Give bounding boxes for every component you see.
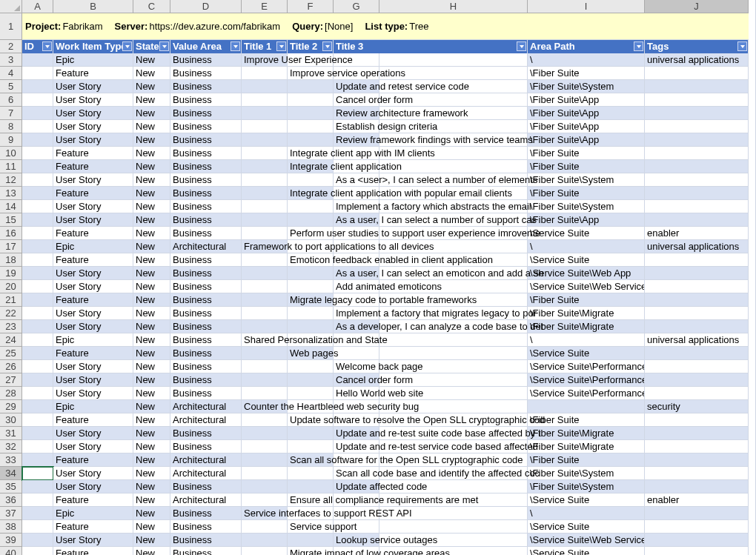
- cell-title1[interactable]: [242, 213, 288, 227]
- cell-tags[interactable]: enabler: [645, 493, 749, 507]
- cell-title1[interactable]: [242, 147, 288, 160]
- cell-state[interactable]: New: [133, 173, 170, 187]
- cell-title1[interactable]: [242, 440, 288, 453]
- cell-title2[interactable]: Integrate client application: [288, 160, 334, 173]
- row-header-2[interactable]: 2: [0, 40, 22, 53]
- cell-title3[interactable]: Cancel order form: [334, 373, 379, 387]
- cell-title2[interactable]: [288, 80, 334, 93]
- cell-work-item-type[interactable]: User Story: [53, 467, 133, 480]
- cell-tags[interactable]: [645, 467, 749, 480]
- cell-title2[interactable]: [288, 440, 334, 453]
- row-header-12[interactable]: 12: [0, 173, 22, 187]
- row-header-15[interactable]: 15: [0, 213, 22, 227]
- cell-value-area[interactable]: Architectural: [170, 467, 242, 480]
- cell-state[interactable]: New: [133, 453, 170, 467]
- cell-value-area[interactable]: Business: [170, 133, 242, 147]
- cell-title1[interactable]: Service interfaces to support REST API: [242, 507, 288, 520]
- cell-id[interactable]: [22, 493, 53, 507]
- cell-title2[interactable]: Scan all software for the Open SLL crypt…: [288, 453, 334, 467]
- cell-id[interactable]: [22, 427, 53, 440]
- cell-title1[interactable]: [242, 320, 288, 333]
- cell-state[interactable]: New: [133, 493, 170, 507]
- cell-tags[interactable]: enabler: [645, 227, 749, 240]
- cell-area-path[interactable]: \Fiber Suite\App: [528, 120, 645, 133]
- cell-tags[interactable]: [645, 320, 749, 333]
- row-header-14[interactable]: 14: [0, 200, 22, 213]
- cell-work-item-type[interactable]: Feature: [53, 253, 133, 267]
- cell-state[interactable]: New: [133, 480, 170, 493]
- cell-tags[interactable]: [645, 67, 749, 80]
- row-header-40[interactable]: 40: [0, 547, 22, 555]
- cell-id[interactable]: [22, 160, 53, 173]
- cell-area-path[interactable]: \Service Suite: [528, 227, 645, 240]
- cell-title1[interactable]: [242, 347, 288, 360]
- cell-title2[interactable]: Emoticon feedback enabled in client appl…: [288, 253, 334, 267]
- cell-title2[interactable]: Integrate client app with IM clients: [288, 147, 334, 160]
- cell-id[interactable]: [22, 200, 53, 213]
- cell-state[interactable]: New: [133, 400, 170, 413]
- row-header-10[interactable]: 10: [0, 147, 22, 160]
- cell-tags[interactable]: [645, 280, 749, 293]
- cell-tags[interactable]: [645, 173, 749, 187]
- cell-title3-ext[interactable]: [379, 53, 528, 67]
- cell-value-area[interactable]: Architectural: [170, 493, 242, 507]
- cell-title2[interactable]: [288, 173, 334, 187]
- cell-value-area[interactable]: Business: [170, 267, 242, 280]
- column-header-id[interactable]: ID: [22, 40, 53, 53]
- cell-work-item-type[interactable]: User Story: [53, 534, 133, 547]
- cell-state[interactable]: New: [133, 147, 170, 160]
- cell-state[interactable]: New: [133, 360, 170, 373]
- row-header-8[interactable]: 8: [0, 120, 22, 133]
- cell-value-area[interactable]: Business: [170, 93, 242, 107]
- row-header-26[interactable]: 26: [0, 360, 22, 373]
- cell-title2[interactable]: Migrate impact of low coverage areas: [288, 547, 334, 555]
- cell-title1[interactable]: [242, 160, 288, 173]
- cell-value-area[interactable]: Business: [170, 253, 242, 267]
- spreadsheet-grid[interactable]: ABCDEFGHIJ1Project: FabrikamServer: http…: [0, 0, 756, 555]
- cell-tags[interactable]: [645, 480, 749, 493]
- cell-title3[interactable]: Hello World web site: [334, 387, 379, 400]
- cell-title3[interactable]: As a developer, I can analyze a code bas…: [334, 320, 379, 333]
- col-header-I[interactable]: I: [528, 0, 645, 13]
- cell-title3[interactable]: Establish design criteria: [334, 120, 379, 133]
- cell-area-path[interactable]: \Fiber Suite\Migrate: [528, 440, 645, 453]
- cell-area-path[interactable]: \Service Suite\Web Service: [528, 280, 645, 293]
- cell-tags[interactable]: [645, 93, 749, 107]
- cell-state[interactable]: New: [133, 293, 170, 307]
- cell-area-path[interactable]: \Fiber Suite\System: [528, 173, 645, 187]
- cell-title1[interactable]: [242, 293, 288, 307]
- cell-work-item-type[interactable]: User Story: [53, 320, 133, 333]
- cell-tags[interactable]: universal applications: [645, 53, 749, 67]
- cell-value-area[interactable]: Business: [170, 200, 242, 213]
- cell-title1[interactable]: Framework to port applications to all de…: [242, 240, 288, 253]
- cell-title2[interactable]: [288, 360, 334, 373]
- col-header-H[interactable]: H: [379, 0, 528, 13]
- col-header-D[interactable]: D: [170, 0, 242, 13]
- cell-value-area[interactable]: Business: [170, 280, 242, 293]
- cell-id[interactable]: [22, 293, 53, 307]
- cell-id[interactable]: [22, 373, 53, 387]
- cell-area-path[interactable]: \Service Suite: [528, 547, 645, 555]
- cell-work-item-type[interactable]: Feature: [53, 493, 133, 507]
- row-header-35[interactable]: 35: [0, 480, 22, 493]
- cell-tags[interactable]: [645, 133, 749, 147]
- cell-id[interactable]: [22, 53, 53, 67]
- cell-id[interactable]: [22, 173, 53, 187]
- row-header-5[interactable]: 5: [0, 80, 22, 93]
- filter-dropdown-icon[interactable]: [322, 41, 332, 51]
- cell-title1[interactable]: [242, 480, 288, 493]
- column-header-area-path[interactable]: Area Path: [528, 40, 645, 53]
- cell-tags[interactable]: [645, 347, 749, 360]
- cell-work-item-type[interactable]: User Story: [53, 93, 133, 107]
- cell-area-path[interactable]: \Service Suite: [528, 347, 645, 360]
- row-header-1[interactable]: 1: [0, 13, 22, 40]
- row-header-29[interactable]: 29: [0, 400, 22, 413]
- cell-title2[interactable]: [288, 267, 334, 280]
- row-header-9[interactable]: 9: [0, 133, 22, 147]
- cell-work-item-type[interactable]: User Story: [53, 267, 133, 280]
- cell-value-area[interactable]: Architectural: [170, 413, 242, 427]
- cell-tags[interactable]: universal applications: [645, 240, 749, 253]
- cell-id[interactable]: [22, 307, 53, 320]
- cell-value-area[interactable]: Business: [170, 53, 242, 67]
- cell-title2[interactable]: [288, 373, 334, 387]
